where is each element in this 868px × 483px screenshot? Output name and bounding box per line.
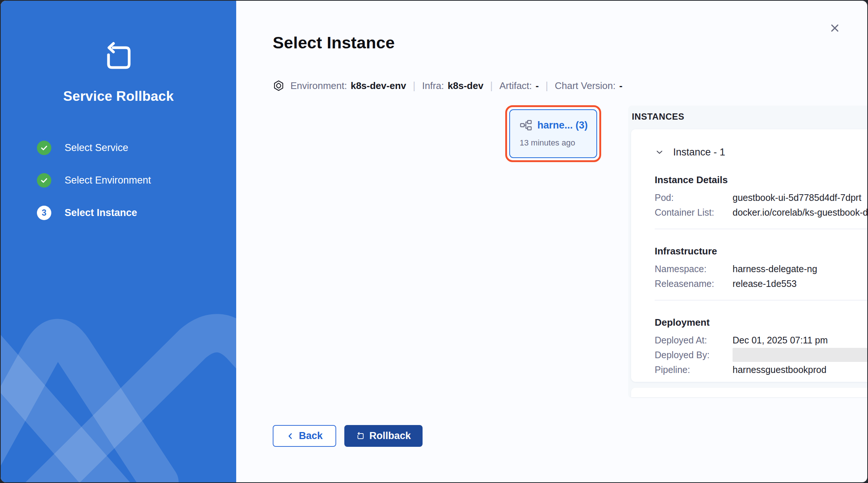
sidebar-step-select-service[interactable]: Select Service (37, 140, 128, 155)
detail-row-pod: Pod: guestbook-ui-5d7785d4df-7dprt (655, 190, 867, 205)
chart-version-value: - (619, 80, 623, 92)
harness-logo-watermark (1, 309, 236, 482)
page-title: Select Instance (273, 33, 395, 52)
group-title-deployment: Deployment (655, 317, 867, 328)
rollback-icon (356, 432, 365, 441)
instance-expand-header[interactable]: Instance - 1 (655, 145, 867, 159)
rollback-icon (102, 41, 136, 75)
infra-label: Infra: (422, 80, 444, 92)
separator: | (539, 80, 555, 92)
group-title-instance-details: Instance Details (655, 174, 867, 186)
instance-card: Instance - 1 Instance Details Pod: guest… (631, 129, 867, 382)
row-label: Container List: (655, 207, 733, 218)
sidebar: Service Rollback Select Service Select E… (1, 1, 236, 482)
close-icon[interactable] (827, 20, 843, 36)
step-number-badge: 3 (37, 206, 51, 220)
chart-version-label: Chart Version: (555, 80, 616, 92)
version-time: 13 minutes ago (520, 138, 587, 148)
chevron-down-icon (655, 147, 664, 157)
step-label: Select Environment (65, 175, 151, 186)
row-value: guestbook-ui-5d7785d4df-7dprt (733, 192, 861, 203)
row-label: Releasename: (655, 278, 733, 289)
row-label: Deployed By: (655, 350, 733, 360)
version-name: harne... (3) (537, 120, 588, 131)
row-value: harnessguestbookprod (733, 364, 826, 375)
row-value: harness-delegate-ng (733, 264, 817, 274)
separator: | (483, 80, 499, 92)
detail-row-pipeline: Pipeline: harnessguestbookprod (655, 362, 867, 377)
chevron-left-icon (286, 432, 294, 440)
environment-icon (273, 80, 285, 92)
next-instance-card-partial[interactable] (631, 388, 867, 397)
row-value: release-1de553 (733, 278, 797, 289)
row-label: Pipeline: (655, 364, 733, 375)
hierarchy-icon (520, 119, 532, 131)
detail-row-container-list: Container List: docker.io/corelab/ks-gue… (655, 205, 867, 220)
rollback-button-label: Rollback (369, 430, 411, 442)
environment-label: Environment: (290, 80, 347, 92)
section-divider (655, 229, 867, 229)
artifact-value: - (535, 80, 539, 92)
version-card[interactable]: harne... (3) 13 minutes ago (509, 109, 597, 158)
artifact-label: Artifact: (499, 80, 532, 92)
separator: | (406, 80, 422, 92)
footer-actions: Back Rollback (273, 425, 423, 447)
section-divider (655, 300, 867, 301)
detail-row-deployed-by: Deployed By: (655, 347, 867, 362)
row-label: Deployed At: (655, 335, 733, 346)
back-button-label: Back (299, 430, 323, 442)
step-done-icon (37, 173, 51, 188)
rollback-button[interactable]: Rollback (344, 425, 423, 447)
detail-row-deployed-at: Deployed At: Dec 01, 2025 07:11 pm (655, 333, 867, 347)
environment-value: k8s-dev-env (351, 80, 406, 92)
redacted-value-box (733, 348, 867, 362)
wizard-title: Service Rollback (1, 89, 236, 104)
step-label: Select Instance (65, 207, 137, 219)
row-value: Dec 01, 2025 07:11 pm (733, 335, 828, 346)
row-label: Pod: (655, 192, 733, 203)
group-title-infrastructure: Infrastructure (655, 246, 867, 257)
environment-summary-row: Environment: k8s-dev-env | Infra: k8s-de… (273, 78, 623, 93)
row-value: docker.io/corelab/ks-guestbook-demo:0.2 (733, 207, 867, 218)
step-done-icon (37, 141, 51, 155)
detail-row-releasename: Releasename: release-1de553 (655, 276, 867, 291)
annotation-highlight-ring: harne... (3) 13 minutes ago (505, 105, 601, 162)
main-panel: Select Instance Environment: k8s-dev-env… (236, 1, 867, 482)
sidebar-step-select-environment[interactable]: Select Environment (37, 173, 151, 188)
service-rollback-modal: Service Rollback Select Service Select E… (1, 1, 867, 482)
row-label: Namespace: (655, 264, 733, 274)
step-label: Select Service (65, 142, 128, 154)
infra-value: k8s-dev (448, 80, 483, 92)
sidebar-step-select-instance[interactable]: 3 Select Instance (37, 205, 137, 220)
back-button[interactable]: Back (273, 425, 336, 447)
instances-section-label: INSTANCES (632, 112, 684, 122)
instance-title: Instance - 1 (673, 147, 725, 158)
detail-row-namespace: Namespace: harness-delegate-ng (655, 261, 867, 276)
instances-panel: INSTANCES Instance - 1 Instance Details … (628, 106, 867, 398)
